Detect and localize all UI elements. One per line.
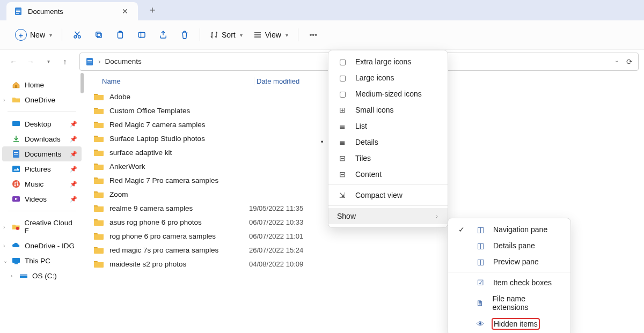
file-name: Custom Office Templates (109, 107, 190, 115)
rename-button[interactable] (132, 25, 151, 45)
tab-close-icon[interactable]: ✕ (120, 6, 130, 16)
chevron-right-icon[interactable]: › (3, 224, 5, 230)
sort-icon (210, 31, 218, 39)
sidebar-item-home[interactable]: Home (2, 77, 82, 92)
sidebar-item-downloads[interactable]: Downloads📌 (2, 131, 82, 146)
layout-icon: ⊞ (337, 106, 348, 114)
pin-icon: 📌 (70, 121, 77, 128)
menu-show[interactable]: Show› (328, 208, 448, 224)
delete-button[interactable] (175, 25, 194, 45)
back-button[interactable]: ← (5, 54, 21, 70)
new-button[interactable]: + New ▾ (11, 25, 56, 45)
menu-hidden-items[interactable]: 👁Hidden items (448, 315, 570, 332)
menu-view-option[interactable]: ⊞Small icons (328, 102, 448, 118)
document-icon (12, 150, 20, 158)
sidebar-item-pictures[interactable]: Pictures📌 (2, 161, 82, 176)
cut-button[interactable] (68, 25, 87, 45)
svg-rect-1 (16, 10, 20, 11)
drive-icon (19, 271, 28, 280)
chevron-down-icon[interactable]: ⌄ (3, 258, 8, 264)
svg-point-21 (14, 185, 16, 187)
view-button[interactable]: View ▾ (249, 25, 292, 45)
folder-icon (93, 162, 104, 171)
file-name: surface adaptive kit (109, 149, 172, 157)
folder-icon (12, 95, 20, 104)
folder-icon (93, 176, 104, 184)
recent-dropdown[interactable]: ▾ (40, 54, 56, 70)
pin-icon: 📌 (70, 181, 77, 188)
file-name: Red Magic 7 Pro camera samples (109, 176, 218, 184)
menu-label: Tiles (355, 154, 371, 162)
sidebar-item-this-pc[interactable]: ⌄This PC (2, 253, 82, 268)
menu-details-pane[interactable]: ◫Details pane (448, 238, 570, 254)
menu-label: Details (355, 138, 378, 146)
more-button[interactable]: ••• (304, 25, 323, 45)
pin-icon: 📌 (70, 166, 77, 173)
menu-file-extensions[interactable]: 🗎File name extensions (448, 291, 570, 315)
chevron-right-icon: › (436, 213, 438, 219)
sidebar-item-music[interactable]: Music📌 (2, 176, 82, 191)
menu-label: Small icons (355, 106, 394, 114)
chevron-down-icon: ▾ (286, 32, 288, 38)
svg-rect-10 (138, 33, 145, 38)
svg-rect-3 (16, 13, 19, 14)
refresh-icon[interactable]: ⟳ (626, 57, 633, 66)
folder-icon (93, 134, 104, 143)
menu-navigation-pane[interactable]: ✓◫Navigation pane (448, 221, 570, 238)
up-button[interactable]: ↑ (57, 54, 73, 70)
copy-button[interactable] (89, 25, 108, 45)
sidebar-item-desktop[interactable]: Desktop📌 (2, 116, 82, 131)
svg-rect-28 (20, 276, 27, 278)
sidebar-item-onedrive[interactable]: › OneDrive (2, 92, 82, 107)
chevron-right-icon[interactable]: › (3, 97, 5, 103)
menu-view-option[interactable]: ▢Large icons (328, 70, 448, 86)
menu-view-option[interactable]: ⊟Content (328, 166, 448, 182)
view-menu: ▢Extra large icons▢Large icons▢Medium-si… (328, 50, 448, 228)
sidebar-item-creative-cloud[interactable]: ›Creative Cloud F (2, 216, 82, 238)
document-icon (14, 7, 23, 16)
pin-icon: 📌 (70, 196, 77, 203)
plus-circle-icon: + (15, 29, 27, 41)
sidebar-item-documents[interactable]: Documents📌 (2, 146, 82, 161)
file-date: 26/07/2022 15:24 (249, 246, 346, 254)
cloud-icon (12, 241, 20, 250)
breadcrumb-current[interactable]: Documents (105, 57, 142, 65)
forward-button[interactable]: → (23, 54, 39, 70)
paste-button[interactable] (111, 25, 130, 45)
menu-view-option[interactable]: ▢Medium-sized icons (328, 86, 448, 102)
file-name: realme 9 camera samples (109, 204, 193, 212)
menu-view-option[interactable]: ⊟Tiles (328, 150, 448, 166)
svg-rect-18 (14, 154, 18, 154)
new-tab-button[interactable]: ＋ (148, 3, 157, 16)
tab-documents[interactable]: Documents ✕ (6, 2, 138, 20)
share-button[interactable] (153, 25, 173, 45)
pin-icon: 📌 (70, 151, 77, 158)
sidebar-item-onedrive-idg[interactable]: ›OneDrive - IDG (2, 238, 82, 253)
videos-icon (12, 195, 20, 203)
file-name: AnkerWork (109, 162, 145, 171)
col-name[interactable]: Name (100, 77, 254, 85)
home-icon (12, 80, 20, 89)
menu-view-option[interactable]: ≣List (328, 118, 448, 134)
sort-button[interactable]: Sort ▾ (206, 25, 247, 45)
chevron-right-icon[interactable]: › (3, 243, 5, 249)
menu-item-checkboxes[interactable]: ☑Item check boxes (448, 275, 570, 291)
menu-label: Extra large icons (355, 57, 411, 66)
bullet-icon: • (321, 138, 323, 146)
menu-compact-view[interactable]: ⇲Compact view (328, 187, 448, 203)
menu-preview-pane[interactable]: ◫Preview pane (448, 254, 570, 270)
compact-icon: ⇲ (337, 191, 348, 199)
menu-label: Content (355, 170, 382, 179)
pictures-icon (12, 165, 20, 173)
svg-rect-25 (12, 258, 20, 263)
sidebar: Home › OneDrive Desktop📌 Downloads📌 Docu… (0, 73, 84, 333)
svg-point-5 (78, 36, 81, 39)
folder-icon (93, 246, 104, 254)
sidebar-item-videos[interactable]: Videos📌 (2, 191, 82, 206)
menu-view-option[interactable]: ▢Extra large icons (328, 54, 448, 70)
music-icon (12, 180, 20, 188)
menu-view-option[interactable]: •≣Details (328, 134, 448, 150)
chevron-down-icon[interactable]: ⌄ (614, 57, 619, 66)
sidebar-item-os-c[interactable]: ›OS (C:) (2, 268, 82, 283)
chevron-right-icon[interactable]: › (11, 273, 12, 279)
